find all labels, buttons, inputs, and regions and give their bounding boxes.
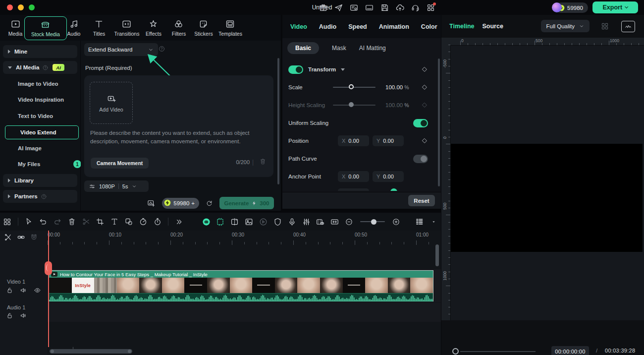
properties-tab-speed[interactable]: Speed [348,23,367,30]
collapse-caret-icon[interactable] [341,68,345,71]
uniform-scaling-toggle[interactable] [413,119,428,127]
select-tool-icon[interactable] [23,216,34,228]
keyframe-diamond-icon[interactable] [421,137,428,144]
shape-tool-icon[interactable] [123,216,134,228]
sidebar-item-library[interactable]: Library [3,174,77,187]
scrollbar[interactable] [438,59,440,186]
add-video-dropzone[interactable]: Add Video [90,82,133,124]
save-icon[interactable] [379,2,390,13]
audio-track-lane[interactable] [0,303,441,322]
media-tab-media[interactable]: Media [4,16,27,39]
link-icon[interactable] [17,233,25,241]
properties-subtab-ai-matting[interactable]: AI Matting [359,45,386,52]
generate-button[interactable]: Generate 300 [219,197,274,209]
timeline-horizontal-scrollbar[interactable] [50,349,132,354]
refresh-credits-icon[interactable] [206,199,213,207]
more-tools-icon[interactable] [174,216,185,228]
prompt-input-area[interactable]: Add Video Please describe the content yo… [84,75,273,177]
layout-grid-icon[interactable] [600,22,609,31]
smart-crop-icon[interactable] [215,216,226,228]
transform-toggle[interactable] [288,65,303,74]
unlink-icon[interactable] [4,233,12,241]
preview-canvas[interactable] [451,144,643,252]
keyframe-diamond-icon[interactable] [421,66,428,73]
properties-tab-color[interactable]: Color [421,23,437,30]
sidebar-item-ai-media[interactable]: AI MediaAI [3,61,77,74]
undo-icon[interactable] [38,216,49,228]
playback-quality-select[interactable]: Full Quality [541,20,590,32]
lock-icon[interactable] [6,287,13,294]
clear-prompt-icon[interactable] [259,158,267,165]
properties-subtab-basic[interactable]: Basic [287,42,319,54]
clear-prompt-icon[interactable] [259,158,267,165]
properties-tab-animation[interactable]: Animation [379,23,409,30]
crop-icon[interactable] [95,216,106,228]
scene-detect-icon[interactable] [244,216,255,228]
export-button[interactable]: Export [592,1,638,13]
ai-copilot-icon[interactable] [201,216,212,228]
sidebar-item-video-inspiration[interactable]: Video Inspiration [3,93,92,106]
properties-tab-audio[interactable]: Audio [319,23,336,30]
extend-mode-select[interactable]: Extend Backward [84,43,158,56]
lock-icon[interactable] [6,312,13,319]
volume-icon[interactable] [20,312,27,319]
sidebar-item-video-extend[interactable]: Video Extend [5,125,79,139]
ai-image-icon[interactable] [147,199,156,208]
ai-image-icon[interactable] [147,199,156,208]
output-settings-select[interactable]: 1080P 5s [84,180,149,192]
media-tab-effects[interactable]: Effects [139,16,168,39]
split-clip-icon[interactable] [229,216,240,228]
playhead[interactable] [48,231,49,347]
timer-icon[interactable] [152,216,163,228]
speed-dial-icon[interactable] [138,216,149,228]
sidebar-item-partners[interactable]: Partners [3,190,77,203]
tab-source[interactable]: Source [482,23,503,30]
clip-preview-icon[interactable] [315,216,326,228]
timeline-ruler[interactable]: 00:0000:1000:2000:3000:4000:5001:00 [47,231,441,246]
position-y-input[interactable]: Y0.00 [373,135,404,146]
media-tab-templates[interactable]: Templates [213,16,248,39]
display-icon[interactable] [364,2,375,13]
sidebar-item-image-to-video[interactable]: Image to Video [3,77,92,90]
voiceover-mic-icon[interactable] [286,216,297,228]
layout-grid-icon[interactable] [600,22,609,31]
track-manager-icon[interactable] [414,216,425,228]
apps-grid-icon[interactable] [2,216,13,228]
media-tab-stock-media[interactable]: Stock Media [24,16,67,40]
user-avatar[interactable] [552,2,562,12]
properties-subtab-mask[interactable]: Mask [332,45,346,52]
send-promo-icon[interactable] [333,2,344,13]
scrollbar[interactable] [277,58,279,184]
camera-movement-chip[interactable]: Camera Movement [91,158,149,169]
cloud-upload-icon[interactable] [394,2,405,13]
anchor-y-input[interactable]: Y0.00 [373,171,404,182]
export-list-icon[interactable] [348,2,359,13]
video-scope-icon[interactable] [621,21,635,32]
sidebar-item-text-to-video[interactable]: Text to Video [3,110,92,122]
scrubber-handle[interactable] [452,348,459,355]
volume-icon[interactable] [20,287,27,294]
sidebar-item-ai-image[interactable]: AI Image [3,142,92,155]
position-x-input[interactable]: X0.00 [338,135,369,146]
reset-button[interactable]: Reset [408,195,435,206]
current-timecode[interactable]: 00:00:00:00 [551,346,589,355]
workspace-grid-icon[interactable] [425,2,436,13]
caret-down-icon[interactable] [429,216,439,228]
delete-icon[interactable] [66,216,77,228]
scale-slider[interactable] [333,87,376,88]
media-tab-audio[interactable]: Audio [62,16,85,39]
refresh-credits-icon[interactable] [206,199,213,207]
keyframe-diamond-icon[interactable] [421,84,428,91]
help-icon[interactable] [158,45,165,53]
zoom-in-icon[interactable] [391,216,402,228]
sidebar-item-my-files[interactable]: My Files1 [3,158,92,171]
properties-tab-video[interactable]: Video [290,23,307,30]
audio-mixer-icon[interactable] [301,216,312,228]
text-tool-icon[interactable] [109,216,120,228]
help-icon[interactable] [158,45,165,53]
visibility-icon[interactable] [34,287,41,294]
timeline-zoom-slider[interactable] [360,221,385,222]
sidebar-item-mine[interactable]: Mine [3,45,77,58]
anchor-x-input[interactable]: X0.00 [338,171,369,182]
path-curve-toggle[interactable] [413,155,428,163]
